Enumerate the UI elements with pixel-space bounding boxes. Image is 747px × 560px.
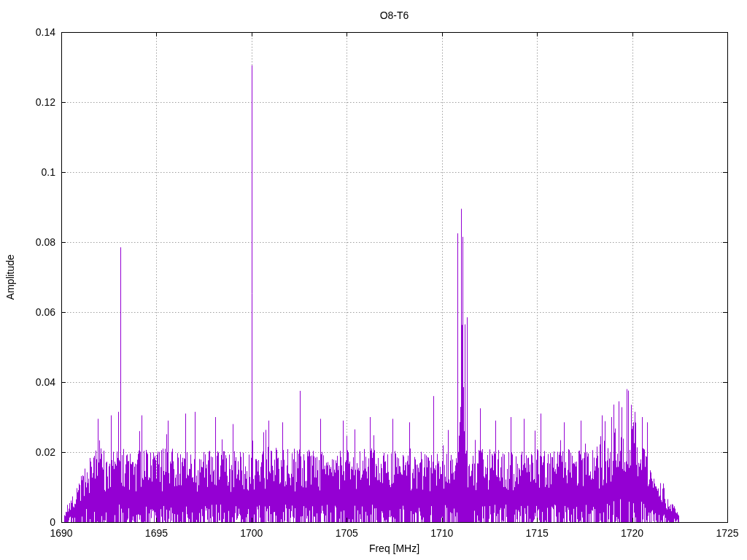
- x-tick-label: 1725: [705, 527, 747, 539]
- chart-title: O8-T6: [61, 9, 727, 21]
- spectrum-figure: O8-T6 Freq [MHz] Amplitude 00.020.040.06…: [0, 0, 747, 560]
- x-tick-label: 1720: [611, 527, 654, 539]
- x-tick-label: 1715: [515, 527, 559, 539]
- y-tick-label: 0.04: [7, 376, 55, 388]
- x-tick-label: 1705: [325, 527, 368, 539]
- y-tick-label: 0.14: [7, 26, 55, 38]
- x-axis-label: Freq [MHz]: [61, 542, 727, 554]
- y-tick-label: 0: [7, 516, 55, 528]
- y-tick-label: 0.12: [7, 96, 55, 108]
- y-tick-label: 0.1: [7, 166, 55, 178]
- x-tick-label: 1710: [420, 527, 464, 539]
- y-tick-label: 0.02: [7, 446, 55, 458]
- x-tick-label: 1690: [39, 527, 83, 539]
- x-tick-label: 1695: [134, 527, 178, 539]
- x-tick-label: 1700: [230, 527, 274, 539]
- spectrum-plot-canvas: [0, 0, 747, 560]
- y-tick-label: 0.06: [7, 306, 55, 318]
- y-tick-label: 0.08: [7, 236, 55, 248]
